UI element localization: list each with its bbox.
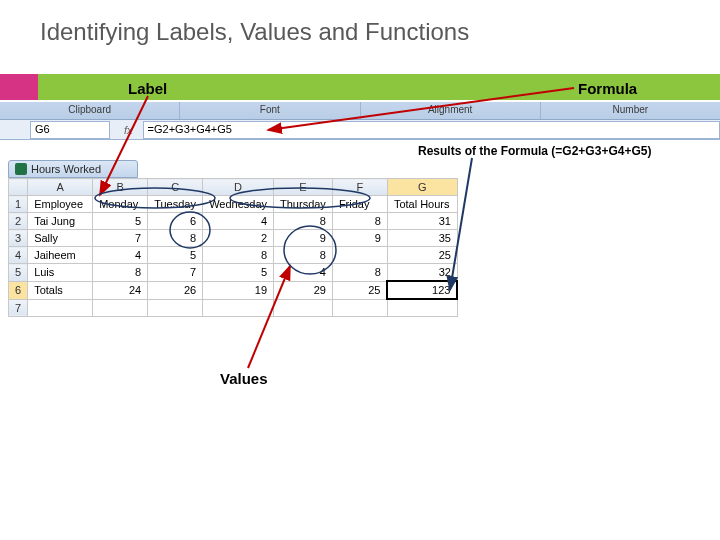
worksheet-grid[interactable]: A B C D E F G 1 Employee Monday Tuesday …: [8, 178, 458, 317]
cell[interactable]: Wednesday: [203, 196, 274, 213]
table-row: 6 Totals 24 26 19 29 25 123: [9, 281, 458, 299]
table-row: 2 Tai Jung 5 6 4 8 8 31: [9, 213, 458, 230]
cell[interactable]: [203, 299, 274, 316]
cell[interactable]: 5: [203, 264, 274, 282]
cell[interactable]: 6: [148, 213, 203, 230]
cell[interactable]: 32: [387, 264, 457, 282]
col-header-D[interactable]: D: [203, 179, 274, 196]
spreadsheet: Hours Worked A B C D E F G 1 Employee Mo…: [8, 160, 478, 317]
cell[interactable]: 8: [332, 264, 387, 282]
table-row: 3 Sally 7 8 2 9 9 35: [9, 230, 458, 247]
cell[interactable]: Thursday: [274, 196, 333, 213]
row-header-7[interactable]: 7: [9, 299, 28, 316]
annotation-formula: Formula: [578, 80, 637, 97]
col-header-G[interactable]: G: [387, 179, 457, 196]
cell[interactable]: 35: [387, 230, 457, 247]
workbook-tab[interactable]: Hours Worked: [8, 160, 138, 178]
cell[interactable]: 2: [203, 230, 274, 247]
fx-icon[interactable]: fx: [124, 124, 133, 136]
accent-bar-pink: [0, 74, 38, 100]
cell[interactable]: 24: [93, 281, 148, 299]
ribbon-group-number[interactable]: Number: [541, 102, 720, 119]
cell[interactable]: [28, 299, 93, 316]
cell[interactable]: [332, 299, 387, 316]
cell[interactable]: 7: [148, 264, 203, 282]
cell[interactable]: 29: [274, 281, 333, 299]
slide-title: Identifying Labels, Values and Functions: [40, 18, 469, 46]
ribbon-group-alignment[interactable]: Alignment: [361, 102, 541, 119]
cell[interactable]: Totals: [28, 281, 93, 299]
ribbon: Clipboard Font Alignment Number: [0, 102, 720, 120]
table-row: 4 Jaiheem 4 5 8 8 25: [9, 247, 458, 264]
cell[interactable]: Employee: [28, 196, 93, 213]
cell[interactable]: 8: [148, 230, 203, 247]
cell[interactable]: 5: [93, 213, 148, 230]
cell[interactable]: Tuesday: [148, 196, 203, 213]
annotation-results: Results of the Formula (=G2+G3+G4+G5): [418, 144, 651, 158]
ribbon-group-font[interactable]: Font: [180, 102, 360, 119]
col-header-E[interactable]: E: [274, 179, 333, 196]
annotation-label: Label: [128, 80, 167, 97]
ribbon-group-clipboard[interactable]: Clipboard: [0, 102, 180, 119]
cell[interactable]: Luis: [28, 264, 93, 282]
cell[interactable]: Total Hours: [387, 196, 457, 213]
formula-input[interactable]: =G2+G3+G4+G5: [143, 121, 720, 139]
row-header-4[interactable]: 4: [9, 247, 28, 264]
row-header-5[interactable]: 5: [9, 264, 28, 282]
cell[interactable]: 25: [332, 281, 387, 299]
cell[interactable]: 8: [274, 213, 333, 230]
cell[interactable]: 19: [203, 281, 274, 299]
cell[interactable]: 4: [203, 213, 274, 230]
cell[interactable]: [148, 299, 203, 316]
cell[interactable]: 9: [332, 230, 387, 247]
cell[interactable]: Monday: [93, 196, 148, 213]
cell[interactable]: [387, 299, 457, 316]
cell[interactable]: 4: [274, 264, 333, 282]
cell[interactable]: 8: [93, 264, 148, 282]
cell[interactable]: 7: [93, 230, 148, 247]
select-all-corner[interactable]: [9, 179, 28, 196]
row-header-6[interactable]: 6: [9, 281, 28, 299]
cell[interactable]: 8: [274, 247, 333, 264]
row-header-1[interactable]: 1: [9, 196, 28, 213]
cell[interactable]: Jaiheem: [28, 247, 93, 264]
annotation-values: Values: [220, 370, 268, 387]
col-header-B[interactable]: B: [93, 179, 148, 196]
col-header-row: A B C D E F G: [9, 179, 458, 196]
cell[interactable]: 8: [332, 213, 387, 230]
formula-bar: G6 fx =G2+G3+G4+G5: [0, 120, 720, 140]
table-row: 7: [9, 299, 458, 316]
cell[interactable]: 25: [387, 247, 457, 264]
excel-icon: [15, 163, 27, 175]
row-header-2[interactable]: 2: [9, 213, 28, 230]
col-header-F[interactable]: F: [332, 179, 387, 196]
table-row: 1 Employee Monday Tuesday Wednesday Thur…: [9, 196, 458, 213]
cell[interactable]: Friday: [332, 196, 387, 213]
row-header-3[interactable]: 3: [9, 230, 28, 247]
cell[interactable]: 4: [93, 247, 148, 264]
workbook-name: Hours Worked: [31, 163, 101, 175]
cell[interactable]: [274, 299, 333, 316]
cell[interactable]: Sally: [28, 230, 93, 247]
cell[interactable]: 26: [148, 281, 203, 299]
table-row: 5 Luis 8 7 5 4 8 32: [9, 264, 458, 282]
cell[interactable]: [93, 299, 148, 316]
col-header-A[interactable]: A: [28, 179, 93, 196]
cell[interactable]: 9: [274, 230, 333, 247]
cell[interactable]: 5: [148, 247, 203, 264]
cell[interactable]: [332, 247, 387, 264]
cell-selected[interactable]: 123: [387, 281, 457, 299]
cell[interactable]: Tai Jung: [28, 213, 93, 230]
col-header-C[interactable]: C: [148, 179, 203, 196]
cell[interactable]: 8: [203, 247, 274, 264]
name-box[interactable]: G6: [30, 121, 110, 139]
cell[interactable]: 31: [387, 213, 457, 230]
